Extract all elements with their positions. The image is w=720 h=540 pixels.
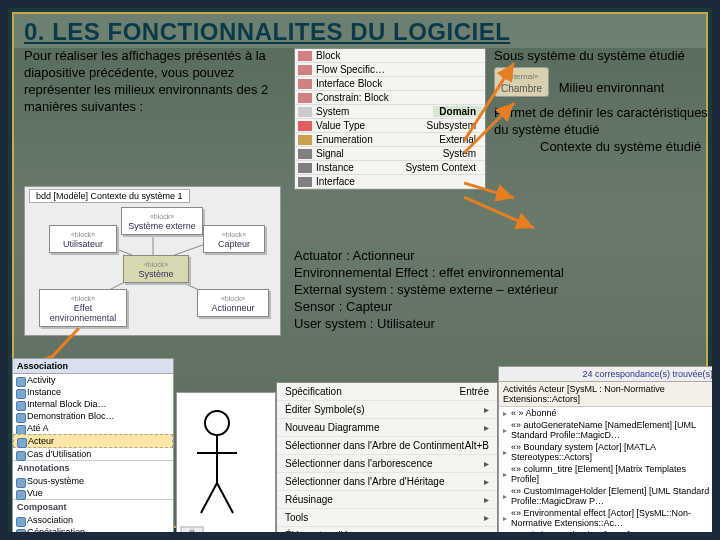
list-item[interactable]: «» autoGenerateName [NamedElement] [UML …: [499, 419, 717, 441]
glossary-line: Sensor : Capteur: [294, 299, 714, 316]
panel-header: Association: [13, 359, 173, 374]
panel-search-count: 24 correspondance(s) trouvée(s): [499, 367, 717, 382]
tree-item[interactable]: Vue: [13, 487, 173, 499]
menu-item[interactable]: SpécificationEntrée: [277, 383, 497, 401]
glossary-line: External system : système externe – exté…: [294, 282, 714, 299]
tree-item-selected[interactable]: Acteur: [13, 434, 173, 448]
menu-item[interactable]: Sélectionner dans l'arborescence: [277, 455, 497, 473]
right-line-4: Contexte du système étudié: [540, 139, 719, 156]
menu-item[interactable]: Sélectionner dans l'Arbre de ContinmentA…: [277, 437, 497, 455]
tree-item[interactable]: Association: [13, 514, 173, 526]
glossary-line: User system : Utilisateur: [294, 316, 714, 333]
intro-text: Pour réaliser les affichages présentés à…: [24, 48, 284, 116]
palette-item[interactable]: Signal System: [295, 147, 485, 161]
menu-item[interactable]: Nouveau Diagramme: [277, 419, 497, 437]
glossary-line: Environnemental Effect : effet environne…: [294, 265, 714, 282]
bdd-diagram: bdd [Modèle] Contexte du système 1 «bloc…: [24, 186, 281, 336]
glossary: Actuator : Actionneur Environnemental Ef…: [294, 248, 714, 332]
palette-item[interactable]: Instance System Context: [295, 161, 485, 175]
palette-item[interactable]: Constrain: Block: [295, 91, 485, 105]
menu-item[interactable]: Tools: [277, 509, 497, 527]
context-menu: SpécificationEntrée Éditer Symbole(s) No…: [276, 382, 498, 540]
slide-title: 0. LES FONCTIONNALITES DU LOGICIEL: [14, 14, 706, 48]
tree-item[interactable]: Internal Block Dia…: [13, 398, 173, 410]
svg-line-3: [464, 197, 534, 228]
svg-point-10: [205, 411, 229, 435]
panel-filter-bar[interactable]: Activités Acteur [SysML : Non-Normative …: [499, 382, 717, 407]
palette-item[interactable]: Enumeration External: [295, 133, 485, 147]
slide-frame: 0. LES FONCTIONNALITES DU LOGICIEL Pour …: [12, 12, 708, 528]
palette-item[interactable]: Flow Specific…: [295, 63, 485, 77]
menu-item[interactable]: Sélectionner dans l'Arbre d'Héritage: [277, 473, 497, 491]
palette-item[interactable]: Interface Block: [295, 77, 485, 91]
svg-text:吴: 吴: [188, 529, 196, 538]
content-area: Pour réaliser les affichages présentés à…: [14, 48, 706, 56]
list-item[interactable]: «» CustomImageHolder [Element] [UML Stan…: [499, 485, 717, 507]
right-column: Sous système du système étudié «external…: [494, 48, 719, 156]
list-item[interactable]: «» Friction Mechanism [Actor]: [499, 529, 717, 540]
tree-item[interactable]: Cas d'Utilisation: [13, 448, 173, 460]
stereotype-panel: 24 correspondance(s) trouvée(s) Activité…: [498, 366, 718, 540]
tree-item[interactable]: Activity: [13, 374, 173, 386]
tree-item[interactable]: Instance: [13, 386, 173, 398]
tree-item[interactable]: Até A: [13, 422, 173, 434]
tree-group: Annotations: [13, 460, 173, 475]
tree-item[interactable]: Sous-système: [13, 475, 173, 487]
palette-tree-panel: Association Activity Instance Internal B…: [12, 358, 174, 540]
svg-line-13: [201, 483, 217, 513]
list-item[interactable]: «» column_titre [Element] [Matrix Templa…: [499, 463, 717, 485]
right-line-1: Sous système du système étudié: [494, 48, 719, 65]
palette-item[interactable]: Value Type Subsystem: [295, 119, 485, 133]
actor-preview-panel: 吴: [176, 392, 276, 540]
tree-item[interactable]: Généralisation: [13, 526, 173, 538]
palette-panel: Block Flow Specific… Interface Block Con…: [294, 48, 486, 190]
menu-item[interactable]: Réusinage: [277, 491, 497, 509]
list-item[interactable]: «» Environmental effect [Actor] [SysML::…: [499, 507, 717, 529]
right-line-2: Milieu environnant: [559, 80, 665, 95]
list-item[interactable]: « » Abonné: [499, 407, 717, 419]
tree-group: Composant: [13, 499, 173, 514]
menu-item[interactable]: Éléments reliés: [277, 527, 497, 540]
svg-line-14: [217, 483, 233, 513]
glossary-line: Actuator : Actionneur: [294, 248, 714, 265]
tree-item[interactable]: Demonstration Bloc…: [13, 410, 173, 422]
list-item[interactable]: «» Boundary system [Actor] [MATLA Stereo…: [499, 441, 717, 463]
menu-item[interactable]: Éditer Symbole(s): [277, 401, 497, 419]
right-line-3: Permet de définir les caractéristiques d…: [494, 105, 719, 139]
palette-item[interactable]: System Domain: [295, 105, 485, 119]
palette-item[interactable]: Block: [295, 49, 485, 63]
chambre-chip: «external» Chambre: [494, 67, 549, 97]
palette-item[interactable]: Interface: [295, 175, 485, 189]
